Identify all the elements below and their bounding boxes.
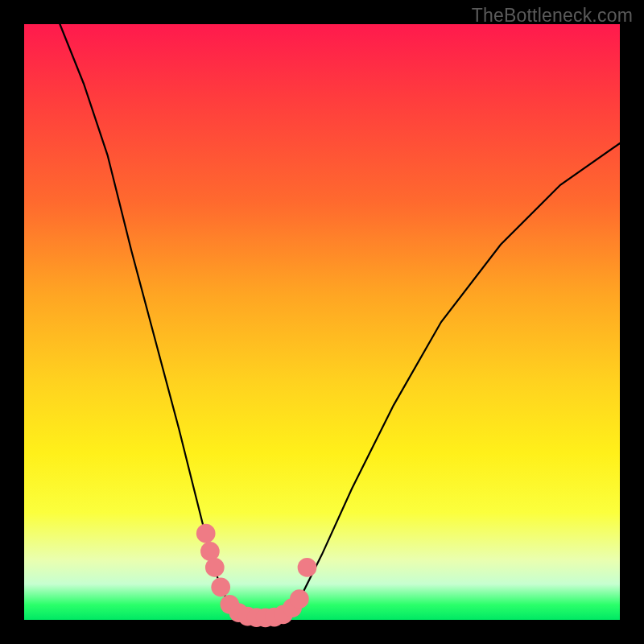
- watermark-text: TheBottleneck.com: [472, 5, 633, 27]
- data-marker: [200, 542, 220, 561]
- marker-group: [196, 524, 316, 627]
- data-marker: [290, 589, 309, 609]
- data-marker: [211, 577, 230, 597]
- chart-frame: TheBottleneck.com: [0, 0, 644, 644]
- bottleneck-curve: [60, 24, 620, 618]
- data-marker: [205, 558, 225, 577]
- chart-overlay: [24, 24, 620, 620]
- data-marker: [196, 524, 216, 543]
- data-marker: [298, 558, 317, 577]
- plot-area: [24, 24, 620, 620]
